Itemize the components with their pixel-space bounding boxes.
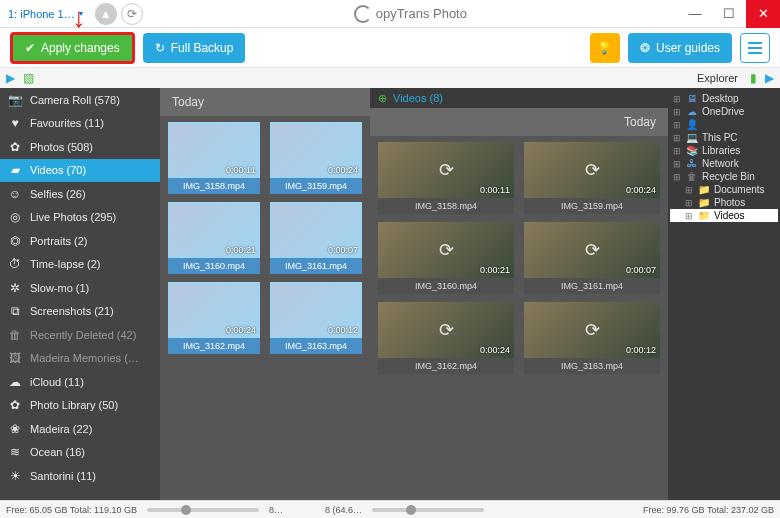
tree-toggle-icon[interactable]: ⊞ [672,107,682,117]
bulb-icon: 💡 [597,41,612,55]
tree-toggle-icon[interactable]: ⊞ [672,159,682,169]
video-card[interactable]: ⟳0:00:24IMG_3159.mp4 [524,142,660,214]
video-filename: IMG_3163.mp4 [270,338,362,354]
sidebar-item[interactable]: ☁iCloud (11) [0,370,160,394]
sidebar-item[interactable]: ⧉Screenshots (21) [0,300,160,324]
zoom-slider-right[interactable] [368,508,488,512]
sidebar-item[interactable]: ≋Ocean (16) [0,441,160,465]
video-card[interactable]: ⟳0:00:21IMG_3160.mp4 [378,222,514,294]
apply-changes-button[interactable]: ✔ Apply changes [10,32,135,64]
video-thumb[interactable]: 0:00:07 [270,202,362,258]
sidebar-item[interactable]: ✲Slow-mo (1) [0,276,160,300]
eject-icon[interactable]: ▲ [95,3,117,25]
sidebar-item[interactable]: ☀Santorini (11) [0,464,160,488]
video-filename: IMG_3160.mp4 [168,258,260,274]
sync-icon: ⟳ [585,319,600,341]
sidebar-item[interactable]: ❀Madeira (22) [0,417,160,441]
video-thumb[interactable]: 0:00:24 [168,282,260,338]
tree-toggle-icon[interactable]: ⊞ [672,94,682,104]
sidebar-item[interactable]: ◎Live Photos (295) [0,206,160,230]
video-thumb[interactable]: 0:00:24 [270,122,362,178]
sidebar-item-icon: 🖼 [8,351,22,365]
video-card[interactable]: 0:00:12IMG_3163.mp4 [270,282,362,354]
device-picker[interactable]: 1: iPhone 1… ▾ [0,8,91,20]
video-thumb[interactable]: ⟳0:00:24 [524,142,660,198]
video-thumb[interactable]: 0:00:11 [168,122,260,178]
maximize-button[interactable]: ☐ [712,0,746,28]
video-thumb[interactable]: ⟳0:00:12 [524,302,660,358]
video-card[interactable]: ⟳0:00:07IMG_3161.mp4 [524,222,660,294]
explorer-item[interactable]: ⊞🗑Recycle Bin [670,170,778,183]
video-card[interactable]: ⟳0:00:24IMG_3162.mp4 [378,302,514,374]
sidebar-item[interactable]: ▰Videos (70) [0,159,160,183]
video-thumb[interactable]: ⟳0:00:24 [378,302,514,358]
folder-icon: 💻 [686,132,698,143]
video-thumb[interactable]: ⟳0:00:07 [524,222,660,278]
tree-toggle-icon[interactable]: ⊞ [672,133,682,143]
explorer-item[interactable]: ⊞👤 [670,118,778,131]
refresh-icon[interactable]: ⟳ [121,3,143,25]
explorer-item[interactable]: ⊞📁Documents [670,183,778,196]
photos-icon[interactable]: ▧ [23,71,34,85]
plus-icon: ⊕ [378,92,387,105]
video-card[interactable]: 0:00:24IMG_3159.mp4 [270,122,362,194]
video-card[interactable]: ⟳0:00:12IMG_3163.mp4 [524,302,660,374]
tree-toggle-icon[interactable]: ⊞ [684,185,694,195]
video-thumb[interactable]: 0:00:12 [270,282,362,338]
tree-toggle-icon[interactable]: ⊞ [684,198,694,208]
sidebar-item[interactable]: 📷Camera Roll (578) [0,88,160,112]
tree-toggle-icon[interactable]: ⊞ [672,120,682,130]
sidebar-item[interactable]: ✿Photos (508) [0,135,160,159]
video-duration: 0:00:24 [328,165,358,175]
sidebar-item[interactable]: ⏣Portraits (2) [0,229,160,253]
explorer-item[interactable]: ⊞🖥Desktop [670,92,778,105]
explorer-item[interactable]: ⊞📚Libraries [670,144,778,157]
video-card[interactable]: 0:00:11IMG_3158.mp4 [168,122,260,194]
window-controls: — ☐ ✕ [678,0,780,28]
explorer-tab[interactable]: Explorer [693,72,742,84]
video-card[interactable]: ⟳0:00:11IMG_3158.mp4 [378,142,514,214]
sidebar-item-label: Live Photos (295) [30,211,116,223]
sidebar-item[interactable]: ♥Favourites (11) [0,112,160,136]
right-panel-tab[interactable]: ⊕ Videos (8) [370,88,668,108]
video-filename: IMG_3162.mp4 [168,338,260,354]
tree-toggle-icon[interactable]: ⊞ [672,172,682,182]
video-card[interactable]: 0:00:07IMG_3161.mp4 [270,202,362,274]
video-thumb[interactable]: ⟳0:00:21 [378,222,514,278]
sidebar-item[interactable]: ⏱Time-lapse (2) [0,253,160,277]
video-thumb[interactable]: ⟳0:00:11 [378,142,514,198]
video-filename: IMG_3158.mp4 [378,198,514,214]
minimize-button[interactable]: — [678,0,712,28]
tree-toggle-icon[interactable]: ⊞ [684,211,694,221]
zoom-slider-left[interactable] [143,508,263,512]
tree-toggle-icon[interactable]: ⊞ [672,146,682,156]
menu-button[interactable] [740,33,770,63]
sidebar-item[interactable]: 🗑Recently Deleted (42) [0,323,160,347]
sidebar-item[interactable]: ☺Selfies (26) [0,182,160,206]
sidebar-item-icon: ✲ [8,281,22,295]
video-thumb[interactable]: 0:00:21 [168,202,260,258]
sidebar-item[interactable]: ✿Photo Library (50) [0,394,160,418]
play-icon[interactable]: ▶ [6,71,15,85]
next-icon[interactable]: ▶ [765,71,774,85]
close-button[interactable]: ✕ [746,0,780,28]
folder-icon[interactable]: ▮ [750,71,757,85]
sidebar-item[interactable]: 🖼Madeira Memories (… [0,347,160,371]
video-duration: 0:00:12 [626,345,656,355]
sidebar-item-icon: ⧉ [8,304,22,318]
video-duration: 0:00:21 [226,245,256,255]
explorer-tree: ⊞🖥Desktop⊞☁OneDrive⊞👤⊞💻This PC⊞📚Librarie… [668,88,780,500]
explorer-item[interactable]: ⊞📁Photos [670,196,778,209]
explorer-item-label: Network [702,158,739,169]
explorer-item[interactable]: ⊞📁Videos [670,209,778,222]
explorer-item[interactable]: ⊞💻This PC [670,131,778,144]
tips-button[interactable]: 💡 [590,33,620,63]
full-backup-button[interactable]: ↻ Full Backup [143,33,246,63]
explorer-item[interactable]: ⊞☁OneDrive [670,105,778,118]
user-guides-button[interactable]: ❂ User guides [628,33,732,63]
explorer-item[interactable]: ⊞🖧Network [670,157,778,170]
status-mid: 8… [263,505,289,515]
video-card[interactable]: 0:00:24IMG_3162.mp4 [168,282,260,354]
video-card[interactable]: 0:00:21IMG_3160.mp4 [168,202,260,274]
sidebar-item-icon: ≋ [8,445,22,459]
